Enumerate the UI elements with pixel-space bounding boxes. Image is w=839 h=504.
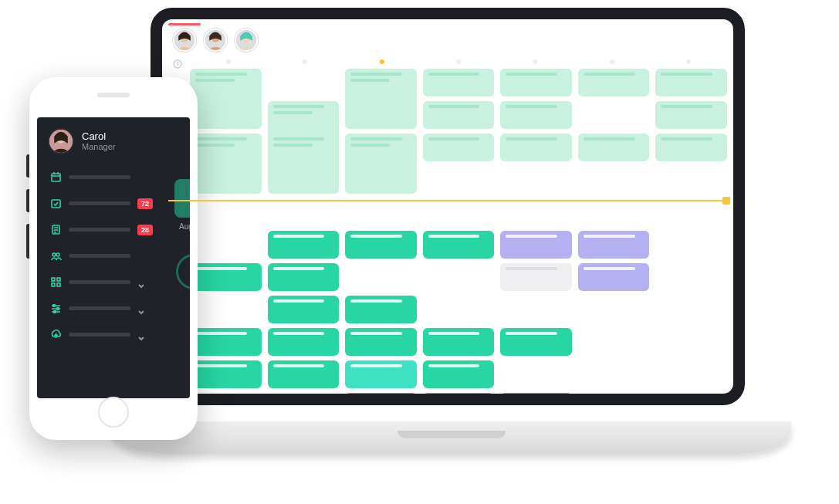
calendar-event[interactable]	[268, 231, 340, 259]
calendar-event[interactable]	[345, 231, 417, 259]
day-indicator	[226, 59, 231, 64]
calendar-event[interactable]	[655, 134, 727, 161]
svg-point-18	[53, 305, 56, 307]
calendar-event[interactable]	[268, 134, 340, 194]
notification-badge: 28	[137, 225, 153, 235]
user-tab-0[interactable]	[173, 29, 196, 52]
day-indicator	[456, 59, 461, 64]
calendar-event[interactable]	[578, 69, 650, 96]
avatar	[173, 29, 196, 52]
calendar-event[interactable]	[268, 296, 340, 323]
notes-icon	[50, 224, 62, 235]
user-profile[interactable]: Carol Manager	[48, 128, 179, 154]
calendar-event[interactable]	[423, 101, 495, 129]
current-time-line	[168, 200, 727, 201]
svg-rect-10	[52, 200, 60, 208]
calendar-event[interactable]	[500, 393, 572, 405]
calendar-event[interactable]	[268, 328, 340, 356]
svg-rect-17	[57, 283, 60, 286]
nav-item-notes[interactable]: 28	[48, 219, 179, 240]
background-widgets: Aug 7	[167, 179, 190, 289]
nav-label-placeholder	[69, 333, 130, 337]
tasks-icon	[50, 198, 62, 209]
calendar-event[interactable]	[500, 69, 572, 96]
calendar-event[interactable]	[500, 101, 572, 129]
calendar-grid	[168, 58, 727, 397]
calendar-event[interactable]	[655, 101, 727, 129]
calendar-event[interactable]	[190, 328, 262, 356]
calendar-event[interactable]	[423, 231, 495, 259]
svg-point-12	[52, 253, 56, 256]
calendar-event[interactable]	[268, 263, 340, 291]
calendar-event[interactable]	[345, 69, 417, 129]
calendar-event[interactable]	[190, 263, 262, 291]
day-indicator	[380, 59, 384, 64]
schedule-icon	[50, 171, 62, 183]
scheduler-app	[162, 19, 733, 394]
day-indicator	[610, 59, 614, 64]
nav-label-placeholder	[69, 201, 130, 205]
chevron-down-icon	[137, 331, 145, 339]
nav-label-placeholder	[69, 175, 130, 179]
day-indicator	[686, 59, 691, 64]
user-tab-2[interactable]	[235, 29, 258, 52]
clock-icon	[173, 59, 182, 69]
nav-item-apps[interactable]	[48, 272, 179, 293]
calendar-event[interactable]	[268, 360, 340, 388]
calendar-event[interactable]	[423, 328, 495, 356]
calendar-event[interactable]	[345, 393, 417, 405]
nav-menu: 7228	[48, 167, 179, 345]
user-avatar	[48, 128, 74, 154]
calendar-event[interactable]	[190, 134, 262, 194]
nav-label-placeholder	[69, 228, 130, 232]
svg-point-19	[57, 308, 59, 310]
calendar-event[interactable]	[578, 263, 650, 291]
day-indicator	[303, 59, 307, 64]
chevron-down-icon	[137, 279, 145, 286]
nav-item-settings[interactable]	[48, 298, 179, 319]
month-label: Aug	[179, 222, 190, 231]
calendar-event[interactable]	[423, 393, 495, 405]
phone-app: Carol Manager 7228 Aug 7	[37, 117, 190, 398]
laptop-base	[112, 421, 791, 454]
day-indicators	[190, 59, 727, 67]
calendar-event[interactable]	[423, 134, 495, 161]
time-gutter	[168, 58, 187, 69]
laptop-device	[151, 8, 753, 440]
calendar-event[interactable]	[500, 134, 572, 161]
nav-item-team[interactable]	[48, 245, 179, 266]
chevron-down-icon	[137, 305, 145, 313]
nav-item-upload[interactable]	[48, 324, 179, 345]
nav-item-tasks[interactable]: 72	[48, 193, 179, 214]
user-name: Carol	[82, 131, 115, 143]
calendar-event[interactable]	[578, 231, 650, 259]
apps-icon	[50, 276, 62, 288]
user-tabs	[168, 25, 727, 58]
calendar-event[interactable]	[655, 69, 727, 96]
calendar-event[interactable]	[423, 69, 495, 96]
calendar-event[interactable]	[500, 231, 572, 259]
calendar-event[interactable]	[190, 360, 262, 388]
nav-item-schedule[interactable]	[48, 167, 179, 188]
calendar-event[interactable]	[345, 134, 417, 194]
calendar-event[interactable]	[500, 328, 572, 356]
calendar-event[interactable]	[345, 296, 417, 323]
laptop-screen	[151, 8, 745, 405]
calendar-event[interactable]	[500, 263, 572, 291]
svg-rect-15	[57, 278, 60, 281]
user-tab-1[interactable]	[204, 29, 227, 52]
user-role: Manager	[82, 142, 115, 151]
nav-label-placeholder	[69, 254, 130, 258]
notification-badge: 72	[137, 198, 153, 209]
calendar-event[interactable]	[578, 134, 650, 161]
phone-device: Carol Manager 7228 Aug 7	[29, 77, 198, 440]
svg-point-20	[54, 311, 56, 313]
calendar-event[interactable]	[345, 328, 417, 356]
day-indicator	[533, 59, 537, 64]
calendar-event[interactable]	[423, 360, 495, 388]
team-icon	[50, 250, 62, 262]
calendar-event[interactable]	[190, 69, 262, 129]
svg-rect-14	[52, 278, 55, 281]
calendar-event[interactable]	[345, 360, 417, 388]
nav-label-placeholder	[69, 306, 130, 310]
